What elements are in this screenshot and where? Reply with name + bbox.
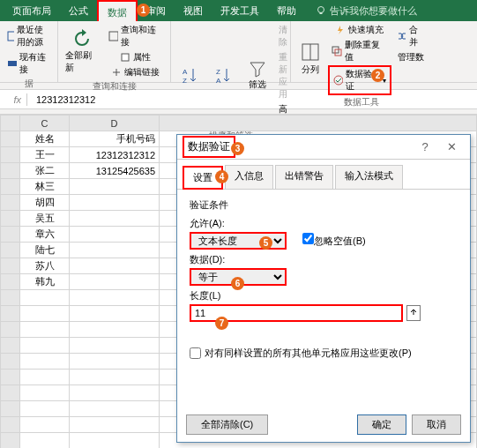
cell[interactable]: 吴五 (20, 211, 70, 227)
btn-recent-sources[interactable]: 最近使用的源 (4, 23, 54, 49)
cell[interactable] (70, 370, 160, 385)
tab-data[interactable]: 数据 (97, 0, 138, 21)
cell[interactable] (70, 338, 160, 354)
cell[interactable] (70, 433, 160, 449)
cell[interactable] (70, 179, 160, 195)
cell[interactable] (70, 385, 160, 401)
cell[interactable]: 章六 (20, 227, 70, 243)
cell[interactable] (70, 401, 160, 417)
btn-queries[interactable]: 查询和连接 (105, 23, 167, 49)
cell[interactable]: 12312312312 (70, 147, 160, 163)
tab-formulas[interactable]: 公式 (60, 0, 97, 21)
ignore-blank-input[interactable] (302, 233, 314, 244)
cell[interactable] (20, 370, 70, 385)
btn-existing-conn[interactable]: 现有连接 (4, 50, 54, 77)
row-header[interactable] (1, 385, 20, 401)
cell[interactable]: 13125425635 (70, 163, 160, 179)
row-header[interactable] (1, 179, 20, 195)
row-header[interactable] (1, 433, 20, 449)
cell[interactable] (20, 433, 70, 449)
corner-cell[interactable] (1, 116, 20, 131)
ok-button[interactable]: 确定 (357, 414, 406, 435)
cell[interactable]: 王一 (20, 147, 70, 163)
cell[interactable] (70, 274, 160, 290)
tab-view[interactable]: 视图 (175, 0, 212, 21)
row-header[interactable] (1, 131, 20, 147)
cell[interactable] (70, 243, 160, 258)
cell[interactable] (20, 290, 70, 306)
cell[interactable] (70, 258, 160, 274)
row-header[interactable] (1, 147, 20, 163)
apply-same-checkbox[interactable]: 对有同样设置的所有其他单元格应用这些更改(P) (190, 347, 458, 360)
apply-same-input[interactable] (190, 347, 201, 359)
btn-edit-links[interactable]: 编辑链接 (105, 65, 167, 79)
cell[interactable] (70, 306, 160, 322)
range-picker-icon[interactable] (406, 305, 421, 321)
cell[interactable] (70, 227, 160, 243)
row-header[interactable] (1, 274, 20, 290)
dialog-tab-error[interactable]: 出错警告 (275, 165, 333, 189)
row-header[interactable] (1, 322, 20, 338)
dialog-tab-input[interactable]: 入信息 (225, 165, 273, 189)
cell[interactable]: 姓名 (20, 131, 70, 147)
cell[interactable]: 苏八 (20, 258, 70, 274)
help-icon[interactable]: ? (412, 140, 438, 153)
btn-merge[interactable]: 合并 (393, 23, 429, 49)
cell[interactable]: 张二 (20, 163, 70, 179)
row-header[interactable] (1, 211, 20, 227)
cell[interactable] (20, 338, 70, 354)
row-header[interactable] (1, 227, 20, 243)
cell[interactable] (70, 290, 160, 306)
tab-help[interactable]: 帮助 (268, 0, 305, 21)
dialog-tab-ime[interactable]: 输入法模式 (335, 165, 403, 189)
cell[interactable] (70, 211, 160, 227)
tell-me[interactable]: 告诉我你想要做什么 (316, 4, 417, 18)
btn-flash-fill[interactable]: 快速填充 (328, 23, 391, 37)
btn-sort-za[interactable]: ZA (208, 23, 240, 129)
row-header[interactable] (1, 354, 20, 370)
cell[interactable]: 韩九 (20, 274, 70, 290)
cell[interactable] (20, 385, 70, 401)
row-header[interactable] (1, 290, 20, 306)
row-header[interactable] (1, 417, 20, 433)
cell[interactable] (20, 354, 70, 370)
cell[interactable] (20, 306, 70, 322)
row-header[interactable] (1, 370, 20, 385)
cell[interactable]: 胡四 (20, 195, 70, 211)
col-header-rest[interactable] (160, 116, 477, 131)
ignore-blank-checkbox[interactable]: 忽略空值(B) (302, 233, 366, 248)
row-header[interactable] (1, 338, 20, 354)
btn-text-to-cols[interactable]: 分列 (294, 23, 326, 95)
col-header-c[interactable]: C (20, 116, 70, 131)
cell[interactable]: 林三 (20, 179, 70, 195)
cancel-button[interactable]: 取消 (412, 414, 461, 435)
row-header[interactable] (1, 195, 20, 211)
cell[interactable] (70, 195, 160, 211)
btn-sub[interactable]: 管理数 (393, 50, 429, 64)
cell[interactable]: 手机号码 (70, 131, 160, 147)
cell[interactable] (20, 322, 70, 338)
cell[interactable] (70, 417, 160, 433)
btn-clear[interactable]: 清除 (275, 23, 291, 49)
col-header-d[interactable]: D (70, 116, 160, 131)
row-header[interactable] (1, 258, 20, 274)
btn-sort[interactable]: AZ (175, 23, 206, 129)
btn-filter[interactable]: 筛选 (242, 23, 273, 129)
close-icon[interactable]: ✕ (438, 140, 465, 153)
cell[interactable] (20, 401, 70, 417)
cell[interactable]: 陆七 (20, 243, 70, 258)
row-header[interactable] (1, 306, 20, 322)
btn-refresh-all[interactable]: 全部刷新 (62, 23, 103, 79)
btn-remove-dup[interactable]: 删除重复值 (328, 38, 391, 64)
row-header[interactable] (1, 243, 20, 258)
btn-reapply[interactable]: 重新应用 (275, 50, 291, 101)
clear-all-button[interactable]: 全部清除(C) (186, 414, 268, 435)
tab-developer[interactable]: 开发工具 (212, 0, 268, 21)
tab-pagelayout[interactable]: 页面布局 (4, 0, 60, 21)
row-header[interactable] (1, 163, 20, 179)
cell[interactable] (70, 354, 160, 370)
cell[interactable] (20, 417, 70, 433)
btn-props[interactable]: 属性 (105, 50, 167, 64)
cell[interactable] (70, 322, 160, 338)
dialog-titlebar[interactable]: 数据验证 ? ✕ (177, 135, 470, 160)
